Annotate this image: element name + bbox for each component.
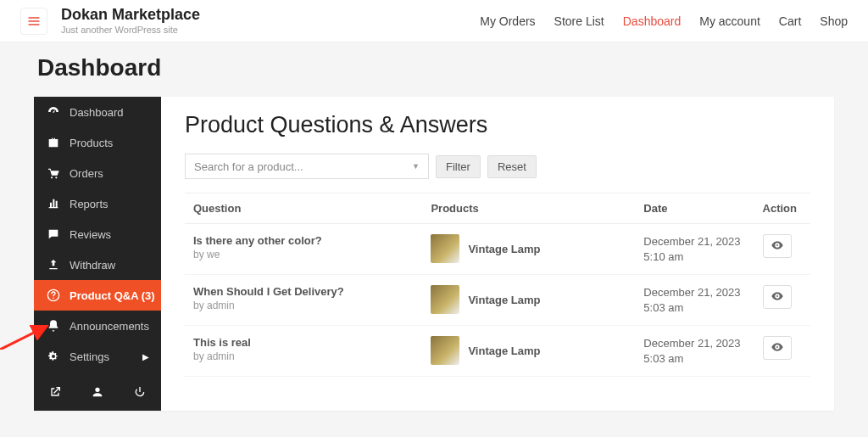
hamburger-icon[interactable]: [20, 8, 47, 35]
search-placeholder-text: Search for a product...: [194, 160, 303, 173]
product-name[interactable]: Vintage Lamp: [468, 243, 540, 255]
date-text: December 21, 2023 5:10 am: [643, 234, 745, 264]
nav-my-orders[interactable]: My Orders: [480, 14, 535, 28]
svg-point-1: [51, 176, 53, 178]
eye-icon: [771, 289, 784, 305]
sidebar-item-label: Product Q&A (3): [70, 289, 155, 302]
nav-store-list[interactable]: Store List: [554, 14, 604, 28]
nav-my-account[interactable]: My account: [699, 14, 760, 28]
sidebar-item-label: Reviews: [70, 228, 111, 241]
question-author: by admin: [193, 350, 414, 362]
svg-point-2: [55, 176, 57, 178]
sidebar-item-products[interactable]: Products: [34, 127, 161, 158]
nav-cart[interactable]: Cart: [779, 14, 801, 28]
questions-table: Question Products Date Action Is there a…: [185, 193, 810, 377]
product-thumbnail: [431, 336, 459, 365]
filter-button[interactable]: Filter: [436, 155, 481, 178]
date-text: December 21, 2023 5:03 am: [643, 336, 745, 366]
sidebar-item-reports[interactable]: Reports: [34, 188, 161, 219]
sidebar-item-reviews[interactable]: Reviews: [34, 219, 161, 249]
top-nav: My Orders Store List Dashboard My accoun…: [480, 14, 848, 28]
gauge-icon: [46, 104, 61, 120]
main-content: Product Questions & Answers Search for a…: [161, 97, 834, 411]
date-text: December 21, 2023 5:03 am: [643, 285, 745, 315]
question-text: This is real: [193, 336, 414, 349]
question-text: Is there any other color?: [193, 234, 414, 247]
question-author: by admin: [193, 300, 414, 311]
sidebar-item-dashboard[interactable]: Dashboard: [34, 97, 161, 127]
chat-icon: [46, 227, 61, 242]
product-thumbnail: [431, 285, 459, 314]
sidebar-item-announcements[interactable]: Announcements: [34, 311, 161, 341]
external-icon[interactable]: [48, 385, 62, 399]
question-text: When Should I Get Delivery?: [193, 285, 414, 298]
sidebar-item-product-qa[interactable]: Product Q&A (3): [34, 280, 161, 311]
topbar: Dokan Marketplace Just another WordPress…: [0, 0, 868, 42]
col-question: Question: [185, 193, 422, 224]
question-icon: [46, 288, 61, 303]
view-button[interactable]: [763, 234, 792, 258]
col-date: Date: [635, 193, 754, 224]
brand: Dokan Marketplace Just another WordPress…: [61, 7, 200, 36]
product-name[interactable]: Vintage Lamp: [468, 294, 540, 306]
user-icon[interactable]: [91, 385, 104, 399]
power-icon[interactable]: [133, 385, 147, 399]
sidebar-item-settings[interactable]: Settings ▶: [34, 341, 161, 372]
sidebar-item-label: Withdraw: [70, 259, 115, 272]
bell-icon: [46, 318, 61, 333]
sidebar-item-label: Products: [70, 137, 113, 149]
filter-bar: Search for a product... ▼ Filter Reset: [185, 154, 810, 179]
table-row: Is there any other color?by weVintage La…: [185, 224, 810, 275]
gear-icon: [46, 349, 61, 364]
nav-dashboard[interactable]: Dashboard: [623, 14, 682, 28]
briefcase-icon: [46, 135, 61, 150]
question-author: by we: [193, 249, 414, 261]
sidebar-item-orders[interactable]: Orders: [34, 158, 161, 188]
view-button[interactable]: [763, 336, 792, 360]
svg-point-4: [53, 298, 54, 300]
chevron-down-icon: ▼: [412, 162, 420, 171]
product-name[interactable]: Vintage Lamp: [468, 345, 540, 357]
cart-icon: [46, 165, 61, 181]
sidebar-item-label: Announcements: [70, 320, 149, 333]
sidebar-item-withdraw[interactable]: Withdraw: [34, 249, 161, 280]
chart-icon: [46, 196, 61, 211]
brand-title: Dokan Marketplace: [61, 7, 200, 24]
eye-icon: [771, 238, 784, 255]
col-products: Products: [422, 193, 635, 224]
sidebar-item-label: Dashboard: [70, 106, 124, 119]
view-button[interactable]: [763, 285, 792, 309]
dashboard-panel: Dashboard Products Orders Reports Review…: [34, 97, 834, 411]
nav-shop[interactable]: Shop: [820, 14, 848, 28]
col-action: Action: [754, 193, 810, 224]
content-title: Product Questions & Answers: [185, 112, 810, 138]
chevron-right-icon: ▶: [142, 352, 149, 361]
table-row: This is realby adminVintage LampDecember…: [185, 326, 810, 377]
sidebar: Dashboard Products Orders Reports Review…: [34, 97, 161, 411]
brand-tagline: Just another WordPress site: [61, 25, 200, 35]
product-thumbnail: [431, 234, 459, 263]
eye-icon: [771, 340, 784, 356]
product-search-select[interactable]: Search for a product... ▼: [185, 154, 429, 179]
sidebar-item-label: Settings: [70, 350, 109, 363]
page-title: Dashboard: [37, 54, 834, 81]
sidebar-item-label: Reports: [70, 198, 108, 210]
reset-button[interactable]: Reset: [487, 155, 537, 178]
table-row: When Should I Get Delivery?by adminVinta…: [185, 275, 810, 326]
sidebar-item-label: Orders: [70, 167, 103, 180]
upload-icon: [46, 257, 61, 272]
